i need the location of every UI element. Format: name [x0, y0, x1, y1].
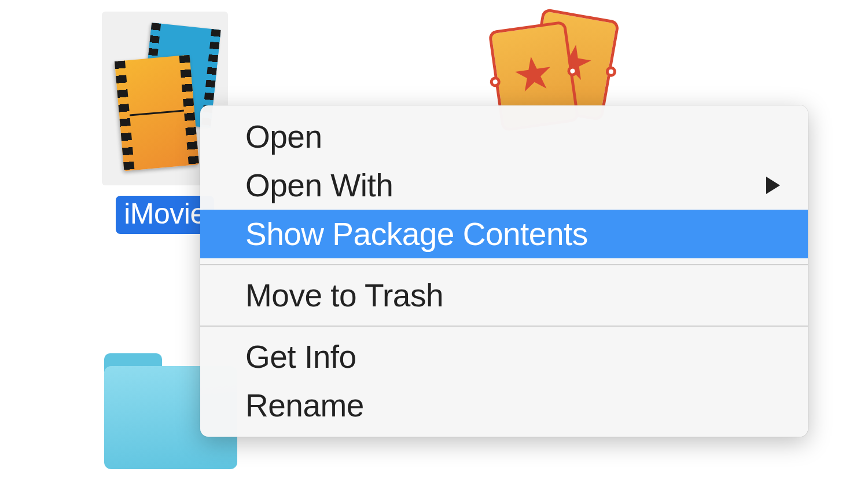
finder-window: ★ ★ iMovie Open Op	[0, 0, 868, 490]
menu-item-rename[interactable]: Rename	[200, 381, 808, 430]
menu-separator	[200, 326, 808, 327]
menu-item-label: Show Package Contents	[245, 215, 588, 253]
menu-item-open-with[interactable]: Open With	[200, 161, 808, 210]
menu-item-label: Move to Trash	[245, 277, 443, 314]
submenu-arrow-icon	[766, 177, 780, 194]
menu-item-show-package-contents[interactable]: Show Package Contents	[200, 210, 808, 258]
context-menu: Open Open With Show Package Contents Mov…	[200, 105, 808, 437]
menu-item-open[interactable]: Open	[200, 112, 808, 161]
menu-item-get-info[interactable]: Get Info	[200, 332, 808, 381]
menu-item-label: Rename	[245, 387, 364, 424]
menu-separator	[200, 264, 808, 265]
menu-item-label: Open	[245, 118, 322, 155]
menu-item-move-to-trash[interactable]: Move to Trash	[200, 271, 808, 320]
menu-item-label: Open With	[245, 167, 393, 204]
menu-item-label: Get Info	[245, 338, 356, 375]
file-label: iMovie	[116, 196, 214, 234]
